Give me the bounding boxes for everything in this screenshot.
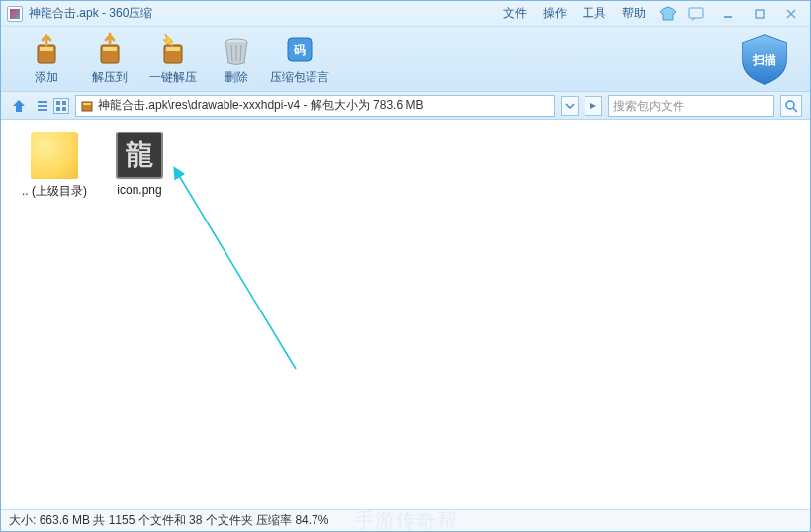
feedback-button[interactable] (683, 5, 709, 23)
folder-icon (31, 132, 78, 179)
extract-to-icon (92, 32, 128, 67)
extract-to-button[interactable]: 解压到 (78, 32, 141, 86)
svg-rect-20 (62, 101, 66, 105)
add-button[interactable]: 添加 (15, 32, 78, 86)
add-label: 添加 (35, 69, 58, 86)
parent-folder-label: .. (上级目录) (17, 183, 92, 200)
search-button[interactable] (780, 95, 802, 117)
one-click-extract-label: 一键解压 (149, 69, 197, 86)
svg-rect-4 (40, 47, 53, 51)
archive-lang-icon: 码 (282, 32, 317, 67)
nav-up-button[interactable] (9, 96, 29, 116)
path-bar (1, 92, 810, 120)
svg-rect-17 (38, 105, 47, 107)
add-icon (29, 32, 64, 67)
annotation-arrow (169, 163, 298, 371)
status-bar: 大小: 663.6 MB 共 1155 个文件和 38 个文件夹 压缩率 84.… (1, 509, 810, 531)
svg-rect-8 (166, 47, 180, 51)
svg-text:扫描: 扫描 (752, 53, 776, 67)
window-title: 神龍合击.apk - 360压缩 (29, 5, 152, 22)
svg-rect-22 (62, 107, 66, 111)
svg-rect-6 (103, 47, 117, 51)
delete-button[interactable]: 删除 (205, 32, 268, 86)
view-icons-button[interactable] (53, 98, 69, 114)
svg-rect-24 (83, 103, 91, 105)
maximize-button[interactable] (747, 5, 772, 23)
svg-point-25 (786, 101, 794, 109)
parent-folder-item[interactable]: .. (上级目录) (17, 132, 92, 200)
svg-rect-18 (38, 109, 47, 111)
app-icon (7, 6, 23, 22)
view-list-button[interactable] (35, 98, 50, 114)
scan-button[interactable]: 扫描 (737, 33, 792, 86)
watermark: 手游传奇帮 (354, 507, 458, 532)
menu-tools[interactable]: 工具 (583, 5, 606, 22)
file-label: icon.png (102, 183, 177, 197)
archive-lang-label: 压缩包语言 (270, 69, 329, 86)
path-dropdown-button[interactable] (561, 96, 579, 116)
svg-rect-21 (56, 107, 60, 111)
svg-line-26 (793, 108, 797, 112)
svg-rect-0 (689, 8, 703, 18)
menu-file[interactable]: 文件 (503, 5, 527, 22)
skin-icon[interactable] (658, 6, 677, 22)
file-item-icon-png[interactable]: icon.png (102, 132, 177, 197)
file-thumbnail (116, 132, 163, 179)
menu-operation[interactable]: 操作 (543, 5, 567, 22)
svg-rect-2 (756, 10, 764, 18)
delete-label: 删除 (225, 69, 248, 86)
search-input[interactable] (613, 99, 769, 113)
file-pane[interactable]: .. (上级目录) icon.png (1, 120, 810, 509)
one-click-extract-button[interactable]: 一键解压 (141, 32, 205, 86)
one-click-extract-icon (155, 32, 191, 67)
svg-rect-16 (38, 101, 47, 103)
archive-lang-button[interactable]: 码 压缩包语言 (268, 32, 331, 86)
close-button[interactable] (778, 5, 804, 23)
search-field[interactable] (608, 95, 774, 117)
status-text: 大小: 663.6 MB 共 1155 个文件和 38 个文件夹 压缩率 84.… (9, 512, 328, 529)
archive-icon (80, 99, 94, 113)
path-field[interactable] (75, 95, 555, 117)
path-input[interactable] (98, 99, 550, 113)
svg-text:码: 码 (293, 44, 306, 57)
toolbar: 添加 解压到 一键解压 删除 码 压缩包语言 扫描 (1, 27, 810, 92)
menu-help[interactable]: 帮助 (622, 5, 646, 22)
path-go-button[interactable] (585, 96, 602, 116)
minimize-button[interactable] (715, 5, 741, 23)
svg-line-27 (175, 169, 296, 369)
delete-icon (219, 32, 254, 67)
menu-bar: 文件 操作 工具 帮助 (503, 5, 646, 22)
extract-to-label: 解压到 (92, 69, 128, 86)
svg-rect-19 (56, 101, 60, 105)
